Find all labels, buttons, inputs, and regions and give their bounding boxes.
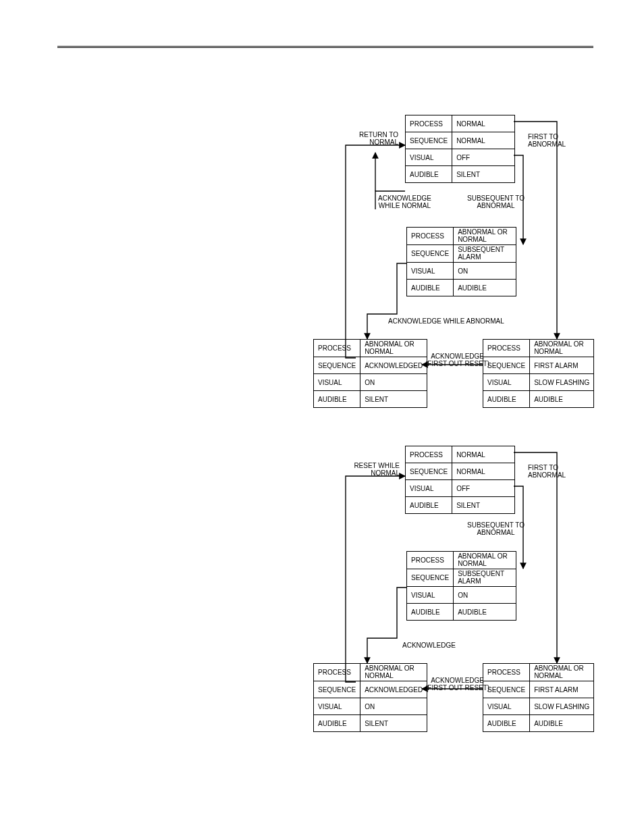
cell: SILENT [452,497,515,514]
cell: AUDIBLE [406,166,452,183]
cell: VISUAL [483,374,530,391]
cell: NORMAL [452,132,515,149]
d2-state-acknowledged: PROCESSABNORMAL ORNORMAL SEQUENCEACKNOWL… [313,663,427,732]
cell: NORMAL [452,463,515,480]
d1-label-ack-first-out-reset: ACKNOWLEDGE(FIRST OUT RESET) [425,353,489,367]
cell: SEQUENCE [407,569,454,587]
cell: PROCESS [406,115,452,132]
cell: PROCESS [407,228,454,245]
cell: PROCESS [483,340,530,357]
cell: SILENT [452,166,515,183]
cell: ABNORMAL ORNORMAL [454,228,516,245]
cell: ABNORMAL ORNORMAL [530,340,594,357]
d1-state-acknowledged: PROCESSABNORMAL ORNORMAL SEQUENCEACKNOWL… [313,339,427,408]
cell: OFF [452,149,515,166]
d2-state-subsequent: PROCESSABNORMAL ORNORMAL SEQUENCESUBSEQU… [406,551,516,621]
cell: SUBSEQUENTALARM [454,569,516,587]
cell: SEQUENCE [483,357,530,374]
d1-state-subsequent: PROCESSABNORMAL ORNORMAL SEQUENCESUBSEQU… [406,227,516,296]
cell: FIRST ALARM [530,681,594,698]
cell: SEQUENCE [314,357,360,374]
diagram-2: PROCESSNORMAL SEQUENCENORMAL VISUALOFF A… [0,446,644,756]
cell: ABNORMAL ORNORMAL [360,340,427,357]
cell: SEQUENCE [483,681,530,698]
cell: ON [360,374,427,391]
cell: VISUAL [407,587,454,604]
cell: VISUAL [314,374,360,391]
d1-label-ack-while-normal: ACKNOWLEDGEWHILE NORMAL [378,194,431,209]
d2-label-ack-first-out-reset: ACKNOWLEDGE(FIRST OUT RESET) [425,677,489,692]
d1-state-first-alarm: PROCESSABNORMAL ORNORMAL SEQUENCEFIRST A… [483,339,594,408]
cell: VISUAL [407,263,454,280]
cell: VISUAL [406,480,452,497]
cell: AUDIBLE [454,280,516,296]
cell: SEQUENCE [406,132,452,149]
d1-label-ack-while-abnormal: ACKNOWLEDGE WHILE ABNORMAL [388,317,504,325]
d2-label-acknowledge: ACKNOWLEDGE [402,642,456,649]
cell: VISUAL [314,698,360,715]
cell: SEQUENCE [407,245,454,263]
cell: PROCESS [406,446,452,463]
cell: AUDIBLE [407,604,454,621]
page-divider [57,46,593,48]
d1-label-return-to-normal: RETURN TONORMAL [351,131,398,146]
cell: ABNORMAL ORNORMAL [454,552,516,569]
cell: PROCESS [314,664,360,681]
cell: AUDIBLE [406,497,452,514]
cell: VISUAL [483,698,530,715]
cell: SILENT [360,391,427,408]
cell: AUDIBLE [314,391,360,408]
cell: AUDIBLE [407,280,454,296]
cell: ON [360,698,427,715]
cell: SLOW FLASHING [530,374,594,391]
cell: SILENT [360,715,427,732]
cell: PROCESS [483,664,530,681]
cell: AUDIBLE [530,715,594,732]
d2-state-normal: PROCESSNORMAL SEQUENCENORMAL VISUALOFF A… [405,446,515,514]
cell: AUDIBLE [314,715,360,732]
cell: NORMAL [452,446,515,463]
cell: VISUAL [406,149,452,166]
cell: SEQUENCE [406,463,452,480]
cell: ON [454,263,516,280]
d1-label-subsequent-to-abnormal: SUBSEQUENT TOABNORMAL [467,194,525,209]
d1-state-normal: PROCESSNORMAL SEQUENCENORMAL VISUALOFF A… [405,115,515,183]
diagram-1: PROCESSNORMAL SEQUENCENORMAL VISUALOFF A… [0,115,644,425]
d2-state-first-alarm: PROCESSABNORMAL ORNORMAL SEQUENCEFIRST A… [483,663,594,732]
cell: NORMAL [452,115,515,132]
cell: ACKNOWLEDGED [360,681,427,698]
cell: SLOW FLASHING [530,698,594,715]
d2-label-first-to-abnormal: FIRST TOABNORMAL [528,464,566,479]
cell: ACKNOWLEDGED [360,357,427,374]
cell: PROCESS [314,340,360,357]
cell: OFF [452,480,515,497]
cell: FIRST ALARM [530,357,594,374]
cell: AUDIBLE [454,604,516,621]
cell: SUBSEQUENTALARM [454,245,516,263]
d2-label-subsequent-to-abnormal: SUBSEQUENT TOABNORMAL [467,521,525,536]
cell: ABNORMAL ORNORMAL [360,664,427,681]
cell: ABNORMAL ORNORMAL [530,664,594,681]
d2-label-reset-while-normal: RESET WHILENORMAL [348,462,400,477]
cell: ON [454,587,516,604]
cell: SEQUENCE [314,681,360,698]
d1-label-first-to-abnormal: FIRST TOABNORMAL [528,133,566,148]
cell: PROCESS [407,552,454,569]
cell: AUDIBLE [530,391,594,408]
cell: AUDIBLE [483,715,530,732]
cell: AUDIBLE [483,391,530,408]
